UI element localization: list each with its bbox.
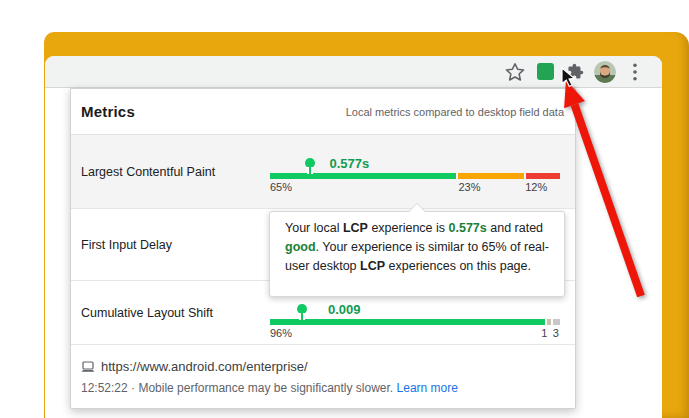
bar-segment-cls_minor_b	[553, 319, 560, 325]
bar-percent-label: 65%	[270, 181, 292, 193]
metric-label-lcp: Largest Contentful Paint	[71, 165, 215, 179]
extensions-puzzle-icon	[567, 63, 584, 80]
extensions-menu-button[interactable]	[560, 57, 590, 87]
footer-url-line: https://www.android.com/enterprise/	[81, 359, 308, 374]
status-text: Mobile performance may be significantly …	[138, 381, 393, 395]
page-title: Metrics	[81, 103, 135, 120]
metric-value: 0.577s	[329, 156, 369, 171]
metric-bar-lcp: 0.577s65%23%12%	[270, 153, 560, 203]
popup-footer: https://www.android.com/enterprise/ 12:5…	[71, 344, 575, 408]
learn-more-link[interactable]: Learn more	[397, 381, 458, 395]
metric-bar-cls: 0.00996%13	[270, 299, 560, 349]
footer-status-line: 12:52:22 · Mobile performance may be sig…	[81, 381, 458, 395]
bar-segment-good	[270, 173, 456, 179]
bar-percent-label: 3	[553, 327, 559, 339]
bar-segment-needs_improvement	[458, 173, 524, 179]
laptop-icon	[81, 361, 95, 373]
popup-subtitle: Local metrics compared to desktop field …	[346, 106, 564, 118]
bar-segment-poor	[526, 173, 560, 179]
lcp-tooltip: Your local LCP experience is 0.577s and …	[269, 211, 565, 297]
web-vitals-popup: Metrics Local metrics compared to deskto…	[70, 88, 576, 409]
bookmark-star-icon	[505, 62, 525, 82]
metric-label-fid: First Input Delay	[71, 238, 172, 252]
browser-menu-button[interactable]	[620, 57, 650, 87]
metric-row-lcp[interactable]: Largest Contentful Paint 0.577s65%23%12%	[71, 135, 575, 208]
bar-percent-label: 12%	[525, 181, 547, 193]
browser-menu-dots-icon	[633, 63, 637, 81]
metric-label-cls: Cumulative Layout Shift	[71, 306, 213, 320]
tooltip-text: Your local LCP experience is 0.577s and …	[285, 219, 550, 276]
bar-percent-label: 23%	[459, 181, 481, 193]
web-vitals-extension-icon	[537, 63, 554, 80]
page-url: https://www.android.com/enterprise/	[101, 359, 308, 374]
bar-segment-good	[270, 319, 545, 325]
profile-avatar	[594, 61, 616, 83]
screenshot-root: Metrics Local metrics compared to deskto…	[0, 0, 689, 418]
browser-toolbar	[45, 56, 662, 88]
popup-header: Metrics Local metrics compared to deskto…	[71, 89, 575, 135]
separator-dot: ·	[131, 381, 135, 395]
bar-percent-label: 1	[541, 327, 547, 339]
profile-avatar-button[interactable]	[590, 57, 620, 87]
web-vitals-extension-button[interactable]	[530, 57, 560, 87]
timestamp: 12:52:22	[81, 381, 128, 395]
bookmark-star-button[interactable]	[500, 57, 530, 87]
metric-value: 0.009	[328, 302, 361, 317]
browser-window: Metrics Local metrics compared to deskto…	[45, 56, 662, 418]
distribution-bar	[270, 319, 560, 325]
distribution-bar	[270, 173, 560, 179]
bar-percent-label: 96%	[270, 327, 292, 339]
bar-segment-cls_minor_a	[547, 319, 551, 325]
